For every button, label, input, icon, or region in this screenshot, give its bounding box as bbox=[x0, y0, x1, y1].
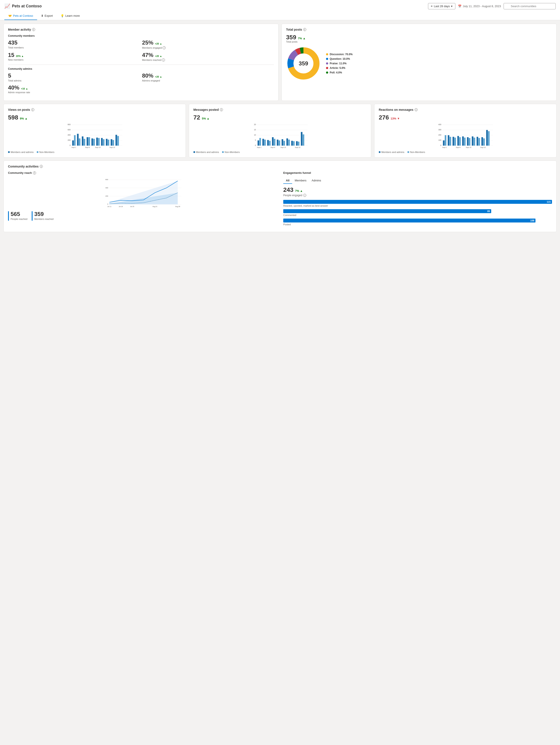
info-icon-messages[interactable]: i bbox=[220, 108, 223, 111]
members-reached-bar bbox=[32, 211, 33, 221]
info-icon-activities[interactable]: i bbox=[40, 165, 43, 168]
info-icon-engaged[interactable]: i bbox=[163, 46, 166, 49]
praise-color-dot bbox=[326, 62, 328, 65]
svg-text:Sept 1: Sept 1 bbox=[71, 147, 76, 149]
svg-text:Aug 01: Aug 01 bbox=[152, 206, 158, 207]
info-icon-reached[interactable]: i bbox=[162, 59, 165, 62]
svg-rect-34 bbox=[117, 136, 119, 145]
community-icon: 🤝 bbox=[8, 14, 12, 18]
legend-non-members2: Non-Members bbox=[222, 151, 240, 153]
engagements-funnel-title: Engagements funnel bbox=[283, 171, 552, 174]
svg-rect-100 bbox=[483, 138, 485, 145]
reactions-on-messages-card: Reactions on messages i 276 13% ▼ 400 30… bbox=[374, 104, 557, 158]
info-icon-views[interactable]: i bbox=[31, 108, 34, 111]
total-admins-label: Total admins bbox=[8, 79, 140, 82]
svg-text:800: 800 bbox=[68, 123, 71, 126]
funnel-bar-value-2: 89 bbox=[487, 210, 490, 213]
svg-rect-67 bbox=[301, 132, 302, 146]
svg-rect-92 bbox=[464, 138, 465, 146]
funnel-bar-value-3: 108 bbox=[530, 219, 534, 222]
members-engaged-label: Members engaged i bbox=[142, 46, 274, 49]
svg-rect-93 bbox=[467, 137, 468, 146]
tab-pets-at-contoso[interactable]: 🤝 Pets at Contoso bbox=[4, 12, 37, 20]
svg-rect-102 bbox=[488, 131, 489, 145]
info-icon-posts[interactable]: i bbox=[303, 28, 306, 31]
header-top: 📈 Pets at Contoso ≡ Last 28 days ▾ 📅 Jul… bbox=[4, 3, 556, 9]
tab-export[interactable]: ⬇ Export bbox=[37, 12, 57, 20]
total-posts-title: Total posts i bbox=[286, 28, 552, 31]
svg-text:0: 0 bbox=[70, 144, 71, 147]
funnel-bar-posted: 108 Posted bbox=[283, 219, 552, 226]
community-members-label: Community members bbox=[8, 34, 274, 37]
svg-rect-54 bbox=[269, 141, 271, 145]
total-members-stat: 435 Total members bbox=[8, 39, 140, 49]
svg-text:0: 0 bbox=[107, 203, 108, 205]
legend-members-admins3: Members and admins bbox=[379, 151, 405, 153]
svg-text:200: 200 bbox=[438, 134, 441, 136]
svg-text:Sept 1: Sept 1 bbox=[257, 147, 261, 149]
search-input[interactable] bbox=[503, 3, 556, 9]
admins-engaged-badge: +20 ▲ bbox=[155, 75, 162, 78]
messages-title: Messages posted i bbox=[194, 108, 366, 111]
svg-rect-59 bbox=[282, 139, 283, 146]
date-filter-button[interactable]: ≡ Last 28 days ▾ bbox=[428, 3, 455, 9]
info-icon-reach[interactable]: i bbox=[33, 171, 36, 174]
legend-praise: Praise: 11.0% bbox=[326, 62, 352, 65]
reactions-chart-legend: Members and admins Non-Members bbox=[379, 151, 552, 153]
svg-rect-51 bbox=[262, 139, 264, 145]
svg-rect-65 bbox=[296, 141, 298, 145]
info-icon-reactions[interactable]: i bbox=[415, 108, 418, 111]
community-admins-label: Community admins bbox=[8, 67, 274, 70]
admins-engaged-label: Admins engaged bbox=[142, 79, 274, 82]
donut-chart: 359 bbox=[286, 46, 321, 81]
svg-rect-30 bbox=[108, 140, 109, 146]
legend-article: Article: 5.0% bbox=[326, 66, 352, 69]
total-members-label: Total members bbox=[8, 46, 140, 49]
member-activity-title: Member activity i bbox=[8, 28, 274, 31]
community-reach-title: Community reach i bbox=[8, 171, 277, 174]
svg-text:Jul 11: Jul 11 bbox=[107, 206, 111, 207]
svg-rect-25 bbox=[96, 138, 98, 146]
svg-rect-61 bbox=[286, 138, 288, 145]
members-reached-label: Members reached bbox=[34, 218, 54, 220]
info-icon[interactable]: i bbox=[32, 28, 35, 31]
svg-text:0: 0 bbox=[255, 144, 256, 147]
funnel-tab-all[interactable]: All bbox=[283, 177, 292, 184]
svg-text:Sept 1: Sept 1 bbox=[442, 147, 447, 149]
svg-text:0: 0 bbox=[441, 144, 442, 147]
members-reached-stat: 47% +20 ▲ Members reached i bbox=[142, 52, 274, 62]
total-admins-value: 5 bbox=[8, 72, 140, 79]
svg-rect-87 bbox=[453, 137, 454, 146]
admin-response-rate-badge: +16 ▲ bbox=[21, 87, 28, 90]
community-activities-card: Community activities i Community reach i… bbox=[3, 161, 557, 232]
messages-posted-card: Messages posted i 72 5% ▲ 20 15 10 5 0 bbox=[189, 104, 371, 158]
svg-rect-55 bbox=[272, 137, 274, 146]
lightbulb-icon: 💡 bbox=[61, 14, 64, 18]
legend-non-members3: Non-Members bbox=[408, 151, 425, 153]
funnel-bar-commented: 89 Commented bbox=[283, 209, 552, 217]
people-reached-bar bbox=[8, 211, 9, 221]
funnel-bar-label-2: Commented bbox=[283, 214, 552, 217]
community-admins-stats: 5 Total admins 80% +20 ▲ Admins engaged … bbox=[8, 72, 274, 94]
members-reached-value: 359 bbox=[34, 211, 54, 217]
views-title: Views on posts i bbox=[8, 108, 181, 111]
tab-learn-more[interactable]: 💡 Learn more bbox=[57, 12, 83, 20]
people-reached-value: 565 bbox=[11, 211, 27, 217]
views-value: 598 9% ▲ bbox=[8, 115, 181, 121]
svg-text:400: 400 bbox=[105, 187, 108, 189]
svg-rect-88 bbox=[454, 138, 456, 146]
app-title-text: Pets at Contoso bbox=[12, 4, 42, 8]
funnel-tab-admins[interactable]: Admins bbox=[309, 177, 324, 184]
svg-text:600: 600 bbox=[105, 179, 108, 181]
tab-label: Export bbox=[45, 14, 53, 18]
info-icon-funnel[interactable]: i bbox=[303, 194, 306, 197]
svg-rect-33 bbox=[115, 135, 117, 146]
tab-label: Pets at Contoso bbox=[13, 14, 33, 18]
funnel-bar-value-1: 115 bbox=[547, 200, 551, 203]
nav-tabs: 🤝 Pets at Contoso ⬇ Export 💡 Learn more bbox=[4, 12, 556, 20]
svg-text:400: 400 bbox=[438, 123, 441, 126]
donut-center-value: 359 bbox=[299, 60, 308, 67]
svg-rect-83 bbox=[443, 140, 445, 146]
funnel-tab-members[interactable]: Members bbox=[292, 177, 309, 184]
svg-rect-18 bbox=[79, 138, 80, 145]
